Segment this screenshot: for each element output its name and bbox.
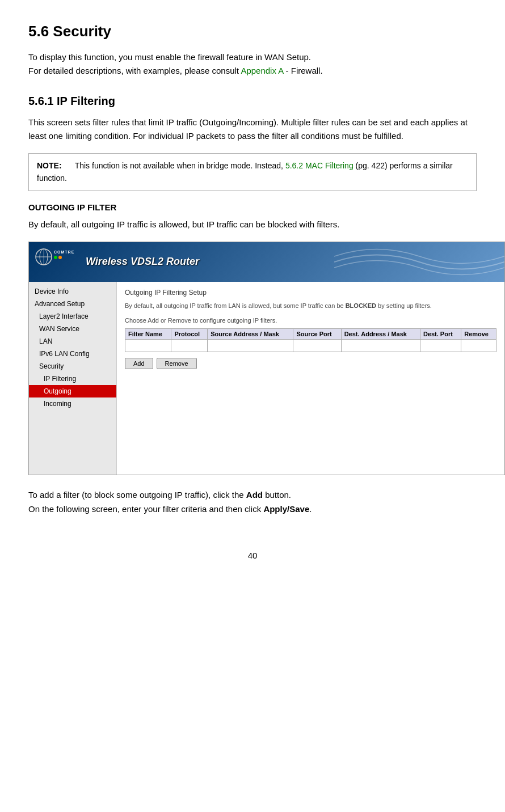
add-line1-end: button. bbox=[263, 490, 291, 500]
filter-table: Filter Name Protocol Source Address / Ma… bbox=[125, 328, 496, 352]
note-text: This function is not available when in b… bbox=[75, 161, 285, 170]
cell-empty-7 bbox=[461, 340, 496, 352]
sidebar-item-outgoing[interactable]: Outgoing bbox=[29, 385, 116, 397]
sidebar-item-advanced-setup[interactable]: Advanced Setup bbox=[29, 298, 116, 310]
sidebar-item-layer2[interactable]: Layer2 Interface bbox=[29, 310, 116, 323]
sidebar-item-security[interactable]: Security bbox=[29, 360, 116, 373]
col-dest-port: Dest. Port bbox=[420, 329, 461, 340]
cell-empty-1 bbox=[125, 340, 171, 352]
dot-orange bbox=[58, 256, 62, 259]
content-desc: By default, all outgoing IP traffic from… bbox=[125, 301, 496, 311]
comtrend-text: COMTREND bbox=[54, 250, 74, 254]
globe-icon bbox=[35, 248, 53, 266]
intro-line3: - Firewall. bbox=[283, 66, 322, 75]
intro-line2: For detailed descriptions, with examples… bbox=[28, 66, 241, 75]
choose-text: Choose Add or Remove to configure outgoi… bbox=[125, 317, 496, 324]
sidebar-item-incoming[interactable]: Incoming bbox=[29, 397, 116, 410]
section-5-6-1-desc: This screen sets filter rules that limit… bbox=[28, 116, 477, 143]
sidebar-item-wan-service[interactable]: WAN Service bbox=[29, 323, 116, 335]
note-box: NOTE: This function is not available whe… bbox=[28, 153, 477, 191]
page-title: 5.6 Security bbox=[28, 23, 477, 40]
content-title: Outgoing IP Filtering Setup bbox=[125, 289, 496, 297]
add-line1-prefix: To add a filter (to block some outgoing … bbox=[28, 490, 246, 500]
note-mac-filtering-link[interactable]: 5.6.2 MAC Filtering bbox=[285, 161, 354, 170]
table-row-empty bbox=[125, 340, 496, 352]
sidebar-item-ipv6[interactable]: IPv6 LAN Config bbox=[29, 348, 116, 360]
comtrend-logo: COMTREND bbox=[35, 248, 80, 276]
col-dest-addr: Dest. Address / Mask bbox=[341, 329, 420, 340]
col-source-addr: Source Address / Mask bbox=[208, 329, 293, 340]
col-remove: Remove bbox=[461, 329, 496, 340]
router-title: Wireless VDSL2 Router bbox=[86, 256, 199, 268]
router-body: Device Info Advanced Setup Layer2 Interf… bbox=[29, 282, 504, 475]
router-screenshot: COMTREND Wireless VDSL2 Router De bbox=[28, 242, 505, 475]
button-row: Add Remove bbox=[125, 358, 496, 369]
section-5-6-1-title: 5.6.1 IP Filtering bbox=[28, 95, 477, 108]
router-sidebar: Device Info Advanced Setup Layer2 Interf… bbox=[29, 282, 117, 475]
cell-empty-6 bbox=[420, 340, 461, 352]
router-content: Outgoing IP Filtering Setup By default, … bbox=[117, 282, 504, 475]
content-desc-2: by setting up filters. bbox=[376, 302, 432, 309]
router-header: COMTREND Wireless VDSL2 Router bbox=[29, 242, 504, 282]
content-desc-1: By default, all outgoing IP traffic from… bbox=[125, 302, 346, 309]
outgoing-desc: By default, all outgoing IP traffic is a… bbox=[28, 218, 477, 231]
dot-green bbox=[54, 256, 57, 259]
apply-save-bold: Apply/Save bbox=[263, 504, 309, 514]
cell-empty-5 bbox=[341, 340, 420, 352]
sidebar-item-ip-filtering[interactable]: IP Filtering bbox=[29, 373, 116, 385]
intro-paragraph: To display this function, you must enabl… bbox=[28, 50, 477, 78]
blocked-text: BLOCKED bbox=[346, 302, 376, 309]
sidebar-item-lan[interactable]: LAN bbox=[29, 335, 116, 348]
footer-page-number: 40 bbox=[28, 551, 477, 560]
cell-empty-2 bbox=[171, 340, 208, 352]
sidebar-item-device-info[interactable]: Device Info bbox=[29, 285, 116, 298]
intro-line1: To display this function, you must enabl… bbox=[28, 52, 311, 62]
add-line2-end: . bbox=[309, 504, 312, 514]
header-decoration bbox=[334, 242, 504, 282]
cell-empty-3 bbox=[208, 340, 293, 352]
add-line2-prefix: On the following screen, enter your filt… bbox=[28, 504, 263, 514]
add-filter-instructions: To add a filter (to block some outgoing … bbox=[28, 488, 477, 517]
col-source-port: Source Port bbox=[293, 329, 341, 340]
outgoing-heading: OUTGOING IP FILTER bbox=[28, 202, 477, 212]
cell-empty-4 bbox=[293, 340, 341, 352]
add-bold: Add bbox=[246, 490, 263, 500]
add-button[interactable]: Add bbox=[125, 358, 153, 369]
col-filter-name: Filter Name bbox=[125, 329, 171, 340]
remove-button[interactable]: Remove bbox=[157, 358, 197, 369]
note-label: NOTE: bbox=[37, 161, 62, 170]
col-protocol: Protocol bbox=[171, 329, 208, 340]
appendix-link[interactable]: Appendix A bbox=[241, 66, 283, 75]
